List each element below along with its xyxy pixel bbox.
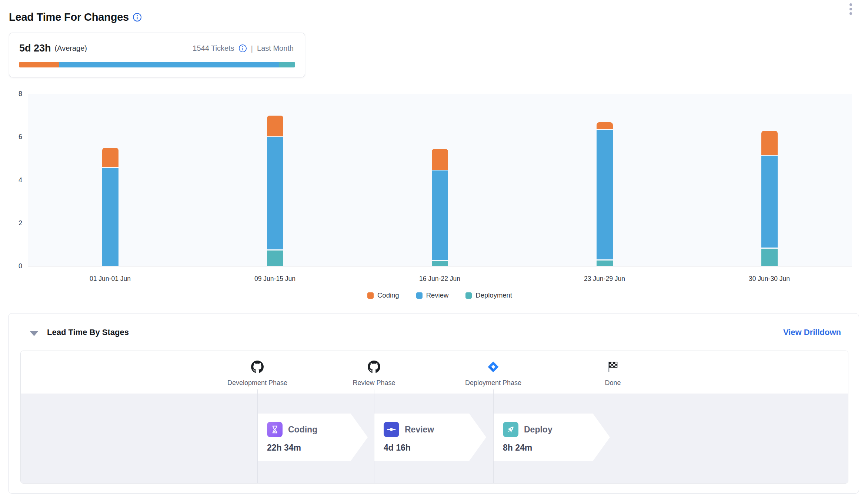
x-category-label: 09 Jun-15 Jun	[216, 275, 334, 283]
x-category-label: 23 Jun-29 Jun	[545, 275, 664, 283]
github-icon	[318, 360, 430, 374]
bar-segment-review-2[interactable]	[267, 137, 283, 249]
legend-item-deployment[interactable]: Deployment	[465, 291, 512, 299]
stage-card-review[interactable]: Review4d 16h	[374, 414, 486, 461]
separator: |	[250, 44, 254, 53]
kebab-menu-icon[interactable]	[845, 1, 856, 17]
hourglass-icon	[267, 422, 283, 437]
github-icon	[202, 360, 313, 374]
phase-divider	[613, 389, 613, 483]
x-category-label: 16 Jun-22 Jun	[381, 275, 499, 283]
average-value: 5d 23h	[19, 43, 51, 54]
stage-name: Review	[405, 425, 434, 435]
legend-item-review[interactable]: Review	[416, 291, 449, 299]
x-category-label: 30 Jun-30 Jun	[710, 275, 829, 283]
checkered-flag-icon	[557, 360, 668, 374]
phase-label: Done	[557, 379, 668, 387]
phase-column-4: Done	[557, 360, 668, 387]
collapse-chevron-icon[interactable]	[30, 331, 38, 336]
average-label: (Average)	[55, 44, 87, 53]
distribution-coding-segment	[19, 62, 59, 67]
y-tick-label: 8	[9, 90, 22, 98]
bar-segment-coding-2[interactable]	[267, 116, 283, 136]
bar-segment-review-5[interactable]	[761, 156, 778, 248]
plot-area	[28, 94, 852, 266]
gridline-y-6	[28, 137, 852, 137]
legend-swatch-icon	[367, 292, 374, 299]
phase-label: Development Phase	[202, 379, 313, 387]
stage-duration: 4d 16h	[384, 443, 486, 453]
bar-segment-coding-4[interactable]	[597, 122, 613, 129]
stages-table: Development PhaseReview PhaseDeployment …	[20, 351, 848, 484]
bar-segment-deployment-3[interactable]	[432, 261, 448, 266]
bar-segment-deployment-5[interactable]	[761, 249, 778, 266]
bar-segment-deployment-4[interactable]	[597, 261, 613, 266]
period-label: Last Month	[257, 44, 294, 53]
x-category-label: 01 Jun-01 Jun	[51, 275, 170, 283]
tickets-count: 1544 Tickets	[193, 44, 234, 53]
stage-name: Coding	[288, 425, 317, 435]
legend-swatch-icon	[465, 292, 472, 299]
y-tick-label: 2	[9, 219, 22, 227]
phase-divider	[493, 389, 494, 483]
stage-card-deploy[interactable]: Deploy8h 24m	[493, 414, 610, 461]
gridline-y-8	[28, 94, 852, 94]
phase-column-1: Development Phase	[202, 360, 313, 387]
summary-card: 5d 23h (Average) 1544 Tickets | Last Mon…	[9, 33, 305, 77]
stage-card-coding[interactable]: Coding22h 34m	[257, 414, 368, 461]
commit-icon	[384, 422, 399, 437]
bar-segment-coding-1[interactable]	[102, 148, 118, 166]
lead-time-by-stages-panel: Lead Time By Stages View Drilldown Devel…	[8, 313, 859, 494]
distribution-review-segment	[59, 62, 279, 67]
info-icon[interactable]	[133, 13, 142, 22]
bar-segment-deployment-2[interactable]	[267, 250, 283, 266]
stage-duration: 22h 34m	[267, 443, 368, 453]
page-title: Lead Time For Changes	[9, 11, 129, 23]
legend-label: Review	[426, 291, 449, 299]
y-tick-label: 6	[9, 133, 22, 141]
bar-segment-review-3[interactable]	[432, 170, 448, 260]
bar-segment-coding-5[interactable]	[761, 131, 778, 155]
stage-distribution-bar	[19, 62, 295, 67]
phase-divider	[374, 389, 374, 483]
view-drilldown-link[interactable]: View Drilldown	[783, 328, 841, 337]
legend-item-coding[interactable]: Coding	[367, 291, 399, 299]
phase-column-2: Review Phase	[318, 360, 430, 387]
phase-column-3: Deployment Phase	[438, 360, 549, 387]
y-tick-label: 4	[9, 176, 22, 184]
phase-divider	[257, 389, 258, 483]
legend-label: Coding	[377, 291, 399, 299]
legend-swatch-icon	[416, 292, 423, 299]
phase-label: Deployment Phase	[438, 379, 549, 387]
page-header: Lead Time For Changes	[9, 11, 859, 23]
legend-label: Deployment	[475, 291, 512, 299]
jira-icon	[438, 360, 549, 374]
y-tick-label: 0	[9, 262, 22, 270]
bar-segment-review-1[interactable]	[102, 168, 118, 266]
stages-panel-header: Lead Time By Stages View Drilldown	[9, 327, 859, 342]
chart-legend: CodingReviewDeployment	[28, 291, 852, 299]
stage-duration: 8h 24m	[503, 443, 610, 453]
tickets-info-icon[interactable]	[238, 44, 247, 53]
rocket-icon	[503, 422, 518, 437]
stage-name: Deploy	[524, 425, 552, 435]
phase-label: Review Phase	[318, 379, 430, 387]
bar-segment-review-4[interactable]	[597, 130, 613, 259]
stages-panel-title: Lead Time By Stages	[47, 328, 129, 337]
bar-segment-coding-3[interactable]	[432, 149, 448, 170]
distribution-deployment-segment	[279, 62, 295, 67]
